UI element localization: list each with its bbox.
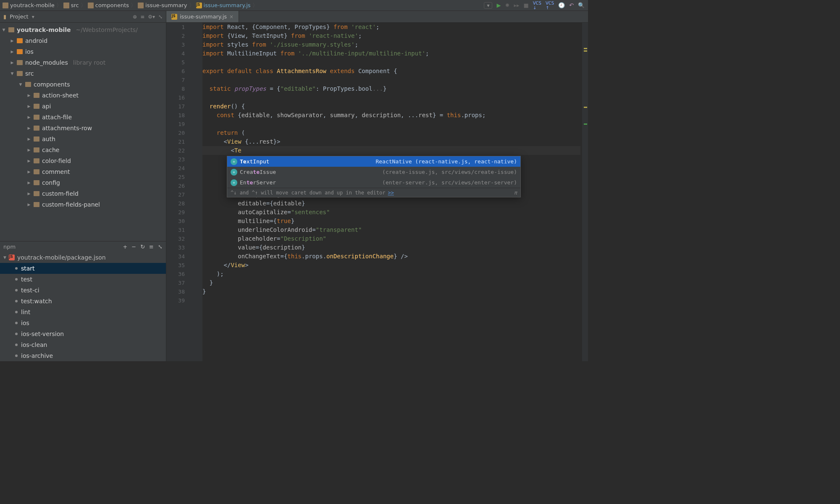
folder-icon <box>34 158 39 163</box>
gear-icon[interactable]: ⚙▾ <box>148 14 155 20</box>
crumb-src[interactable]: src <box>63 2 79 8</box>
tree-item-custom-fields-panel[interactable]: ▶custom-fields-panel <box>0 199 166 210</box>
hide-tool-icon[interactable]: ⤡ <box>158 14 163 20</box>
vcs-update-button[interactable]: VCS↓ <box>533 1 541 10</box>
folder-icon <box>34 93 39 98</box>
close-icon[interactable]: × <box>229 14 234 20</box>
react-icon: ⚛ <box>231 179 237 186</box>
add-icon[interactable]: + <box>123 244 127 250</box>
stop-button[interactable]: ■ <box>523 2 528 8</box>
chevron-right-icon: 〉 <box>81 2 86 9</box>
run-config-dropdown[interactable]: ▾ <box>484 2 492 9</box>
folder-icon <box>34 104 39 109</box>
folder-icon <box>34 202 39 207</box>
crumb-components[interactable]: components <box>88 2 129 8</box>
gutter-marks <box>192 23 202 361</box>
code-completion-popup[interactable]: ⚛TextInputReactNative (react-native.js, … <box>227 156 521 197</box>
tab-label: issue-summary.js <box>180 13 227 20</box>
react-icon: ⚛ <box>231 169 237 176</box>
tree-item-api[interactable]: ▶api <box>0 101 166 112</box>
code-area[interactable]: import React, {Component, PropTypes} fro… <box>202 23 580 361</box>
expand-icon[interactable]: ≡ <box>149 244 154 250</box>
npm-script-ios-clean[interactable]: ios-clean <box>0 339 166 350</box>
vcs-commit-button[interactable]: VCS↑ <box>546 1 554 10</box>
npm-scripts-tree[interactable]: ▼ youtrack-mobile/package.json starttest… <box>0 252 166 361</box>
crumb-project[interactable]: youtrack-mobile <box>3 2 55 8</box>
folder-icon <box>34 136 39 142</box>
project-tool-label[interactable]: Project <box>10 13 28 20</box>
tree-item-android[interactable]: ▶android <box>0 35 166 46</box>
tree-item-attach-file[interactable]: ▶attach-file <box>0 112 166 123</box>
tree-item-custom-field[interactable]: ▶custom-field <box>0 188 166 199</box>
completion-hint-link[interactable]: >> <box>388 190 394 196</box>
project-tool-header: ▮ Project ▾ ⊕ ≡ ⚙▾ ⤡ <box>0 11 166 22</box>
folder-icon <box>34 115 39 120</box>
debug-button[interactable]: ✹ <box>505 2 509 8</box>
tree-item-action-sheet[interactable]: ▶action-sheet <box>0 90 166 101</box>
tree-item-attachments-row[interactable]: ▶attachments-row <box>0 123 166 134</box>
locate-icon[interactable]: ⊕ <box>133 14 137 20</box>
code-editor[interactable]: 1234567816171819202122232425262728293031… <box>166 23 588 361</box>
line-number-gutter: 1234567816171819202122232425262728293031… <box>166 23 192 361</box>
history-button[interactable]: 🕘 <box>558 2 565 8</box>
crumb-issue-summary[interactable]: issue-summary <box>138 2 187 8</box>
chevron-right-icon: 〉 <box>131 2 136 9</box>
search-everywhere-button[interactable]: 🔍 <box>578 2 585 8</box>
crumb-file[interactable]: issue-summary.js <box>196 2 251 8</box>
tree-item-ios[interactable]: ▶ios <box>0 46 166 57</box>
tree-item-src[interactable]: ▼src <box>0 68 166 79</box>
hide-tool-icon[interactable]: ⤡ <box>158 244 163 250</box>
project-tool-icon: ▮ <box>3 13 6 20</box>
npm-icon <box>9 255 15 260</box>
npm-script-start[interactable]: start <box>0 263 166 274</box>
npm-script-test:watch[interactable]: test:watch <box>0 296 166 307</box>
remove-icon[interactable]: − <box>131 244 136 250</box>
tree-item-config[interactable]: ▶config <box>0 177 166 188</box>
js-file-icon <box>196 3 202 8</box>
breadcrumbs: youtrack-mobile 〉 src 〉 components 〉 iss… <box>0 2 480 9</box>
tree-item-cache[interactable]: ▶cache <box>0 144 166 155</box>
expand-all-icon[interactable]: ≡ <box>140 14 144 20</box>
undo-button[interactable]: ↶ <box>569 2 574 8</box>
error-stripe[interactable] <box>582 23 588 361</box>
folder-icon <box>34 169 39 174</box>
folder-icon <box>138 3 144 8</box>
chevron-down-icon[interactable]: ▾ <box>32 14 34 20</box>
folder-icon <box>17 49 23 54</box>
tree-item-auth[interactable]: ▶auth <box>0 134 166 144</box>
npm-tool-label[interactable]: npm <box>3 244 16 250</box>
folder-icon <box>25 82 31 87</box>
npm-script-ios-archive[interactable]: ios-archive <box>0 350 166 361</box>
top-bar: youtrack-mobile 〉 src 〉 components 〉 iss… <box>0 0 588 11</box>
npm-script-ios-set-version[interactable]: ios-set-version <box>0 328 166 339</box>
project-tree[interactable]: ▼ youtrack-mobile ~/WebstormProjects/ ▶a… <box>0 23 166 241</box>
folder-icon <box>17 38 23 43</box>
completion-item[interactable]: ⚛CreateIssue(create-issue.js, src/views/… <box>227 167 520 177</box>
folder-icon <box>34 191 39 196</box>
npm-script-test-ci[interactable]: test-ci <box>0 285 166 296</box>
folder-icon <box>17 71 23 76</box>
tree-item-color-field[interactable]: ▶color-field <box>0 155 166 166</box>
coverage-button[interactable]: ▸▸ <box>514 2 519 8</box>
refresh-icon[interactable]: ↻ <box>140 244 145 250</box>
editor-tabs: issue-summary.js × <box>166 11 588 22</box>
completion-item[interactable]: ⚛EnterServer(enter-server.js, src/views/… <box>227 177 520 188</box>
tree-root[interactable]: ▼ youtrack-mobile ~/WebstormProjects/ <box>0 24 166 35</box>
folder-icon <box>63 3 69 8</box>
run-toolbar: ▾ ▶ ✹ ▸▸ ■ VCS↓ VCS↑ 🕘 ↶ 🔍 <box>480 1 588 10</box>
completion-item[interactable]: ⚛TextInputReactNative (react-native.js, … <box>227 156 520 167</box>
npm-script-test[interactable]: test <box>0 274 166 285</box>
npm-script-ios[interactable]: ios <box>0 318 166 328</box>
tab-issue-summary[interactable]: issue-summary.js × <box>166 11 239 22</box>
folder-icon <box>3 3 8 8</box>
tree-item-node-modules[interactable]: ▶node_moduleslibrary root <box>0 57 166 68</box>
npm-root[interactable]: ▼ youtrack-mobile/package.json <box>0 252 166 263</box>
folder-icon <box>8 27 14 32</box>
completion-hint: ^↓ and ^↑ will move caret down and up in… <box>227 188 520 197</box>
npm-script-lint[interactable]: lint <box>0 307 166 318</box>
tree-item-components[interactable]: ▼components <box>0 79 166 90</box>
pi-icon[interactable]: π <box>514 190 517 196</box>
folder-icon <box>17 60 23 65</box>
tree-item-comment[interactable]: ▶comment <box>0 166 166 177</box>
run-button[interactable]: ▶ <box>496 2 501 8</box>
